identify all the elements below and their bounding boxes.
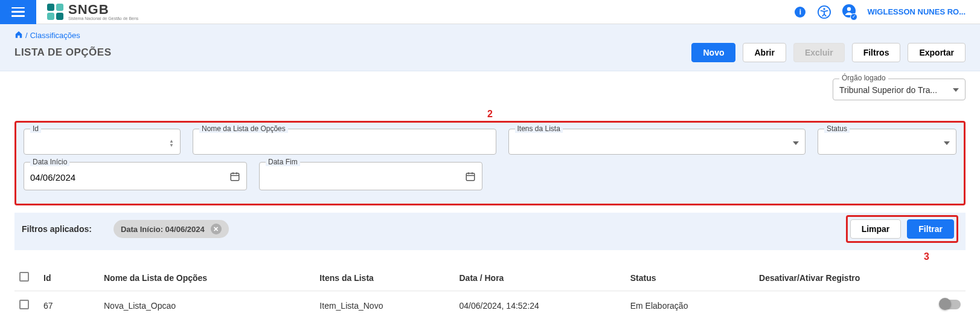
- id-label: Id: [30, 124, 41, 133]
- nome-lista-input[interactable]: [199, 138, 490, 148]
- orgao-label: Órgão logado: [839, 74, 888, 82]
- limpar-button[interactable]: Limpar: [850, 219, 902, 239]
- col-data: Data / Hora: [455, 265, 626, 291]
- app-logo: SNGB Sistema Nacional de Gestão de Bens: [47, 3, 138, 21]
- user-verified-button[interactable]: ✓: [842, 5, 856, 19]
- status-input[interactable]: [824, 138, 944, 148]
- remove-filter-button[interactable]: ✕: [211, 224, 222, 234]
- svg-rect-4: [231, 173, 239, 181]
- toggle-knob-icon: [939, 298, 951, 310]
- svg-point-1: [824, 8, 825, 10]
- applied-filters-label: Filtros aplicados:: [22, 224, 92, 234]
- logo-subtitle: Sistema Nacional de Gestão de Bens: [68, 16, 138, 21]
- select-all-checkbox[interactable]: [19, 272, 29, 282]
- accessibility-icon: [818, 5, 831, 19]
- filter-chip-text: Data Início: 04/06/2024: [121, 225, 205, 234]
- svg-rect-8: [466, 173, 475, 181]
- filter-actions: Limpar Filtrar: [846, 215, 958, 243]
- itens-lista-label: Itens da Lista: [515, 124, 563, 133]
- nome-lista-label: Nome da Lista de Opções: [199, 124, 288, 133]
- orgao-logado-select[interactable]: Órgão logado Tribunal Superior do Tra...: [833, 79, 966, 100]
- exportar-button[interactable]: Exportar: [908, 43, 966, 62]
- cell-data: 04/06/2024, 14:52:24: [455, 291, 626, 317]
- logo-text: SNGB: [68, 3, 138, 16]
- cell-nome: Nova_Lista_Opcao: [99, 291, 315, 317]
- itens-lista-field[interactable]: Itens da Lista: [508, 129, 806, 155]
- main-content: Órgão logado Tribunal Superior do Tra...…: [0, 71, 980, 316]
- accessibility-button[interactable]: [818, 5, 831, 19]
- calendar-icon[interactable]: [465, 171, 476, 184]
- col-id: Id: [39, 265, 99, 291]
- status-field[interactable]: Status: [818, 129, 956, 155]
- data-fim-label: Data Fim: [266, 158, 300, 166]
- excluir-button: Excluir: [793, 43, 845, 62]
- calendar-icon[interactable]: [229, 171, 240, 184]
- cell-id: 67: [39, 291, 99, 317]
- callout-3: 3: [14, 251, 966, 262]
- filter-panel: Id ▲▼ Nome da Lista de Opções Itens da L…: [14, 121, 966, 205]
- chevron-down-icon: [793, 141, 799, 145]
- svg-point-3: [847, 7, 851, 11]
- filter-chip: Data Início: 04/06/2024 ✕: [114, 220, 229, 238]
- check-icon: ✓: [850, 13, 857, 21]
- col-nome: Nome da Lista de Opções: [99, 265, 315, 291]
- page-title: LISTA DE OPÇÕES: [14, 47, 112, 59]
- col-toggle: Desativar/Ativar Registro: [754, 265, 966, 291]
- hamburger-menu-button[interactable]: [0, 0, 36, 24]
- home-link[interactable]: [14, 30, 23, 40]
- cell-itens: Item_Lista_Novo: [315, 291, 454, 317]
- data-inicio-input[interactable]: [30, 172, 229, 182]
- data-fim-input[interactable]: [266, 172, 465, 182]
- breadcrumb: / Classificações: [14, 30, 966, 40]
- data-inicio-label: Data Início: [30, 158, 69, 166]
- home-icon: [14, 30, 23, 39]
- id-stepper[interactable]: ▲▼: [169, 139, 174, 147]
- abrir-button[interactable]: Abrir: [743, 43, 786, 62]
- breadcrumb-separator: /: [25, 31, 28, 40]
- applied-filters-row: Filtros aplicados: Data Início: 04/06/20…: [14, 213, 966, 250]
- info-button[interactable]: i: [793, 5, 807, 19]
- data-fim-field[interactable]: Data Fim: [259, 162, 482, 190]
- id-input[interactable]: [30, 138, 169, 148]
- orgao-value: Tribunal Superior do Tra...: [839, 85, 937, 95]
- nome-lista-field[interactable]: Nome da Lista de Opções: [193, 129, 496, 155]
- action-buttons: Novo Abrir Excluir Filtros Exportar: [691, 43, 966, 62]
- hamburger-icon: [11, 7, 25, 17]
- row-checkbox[interactable]: [19, 300, 29, 309]
- user-name-label[interactable]: WIGLESSON NUNES RO...: [867, 7, 966, 16]
- data-inicio-field[interactable]: Data Início: [24, 162, 247, 190]
- stepper-down-icon[interactable]: ▼: [169, 143, 174, 147]
- table-row[interactable]: 67 Nova_Lista_Opcao Item_Lista_Novo 04/0…: [14, 291, 966, 317]
- info-icon: i: [795, 7, 805, 18]
- col-itens: Itens da Lista: [315, 265, 454, 291]
- filtros-button[interactable]: Filtros: [852, 43, 901, 62]
- status-label: Status: [824, 124, 850, 133]
- close-icon: ✕: [213, 225, 219, 233]
- id-field[interactable]: Id ▲▼: [24, 129, 181, 155]
- col-status: Status: [626, 265, 754, 291]
- results-table: Id Nome da Lista de Opções Itens da List…: [14, 265, 966, 316]
- novo-button[interactable]: Novo: [691, 43, 735, 62]
- itens-lista-input[interactable]: [515, 138, 793, 148]
- toggle-registro[interactable]: [940, 300, 961, 309]
- filtrar-button[interactable]: Filtrar: [907, 219, 954, 239]
- logo-mark-icon: [47, 4, 63, 20]
- chevron-down-icon: [944, 141, 950, 145]
- cell-status: Em Elaboração: [626, 291, 754, 317]
- subheader: / Classificações LISTA DE OPÇÕES Novo Ab…: [0, 24, 980, 71]
- callout-2: 2: [14, 109, 966, 120]
- app-header: SNGB Sistema Nacional de Gestão de Bens …: [0, 0, 980, 24]
- chevron-down-icon: [953, 88, 959, 92]
- breadcrumb-item[interactable]: Classificações: [30, 31, 80, 40]
